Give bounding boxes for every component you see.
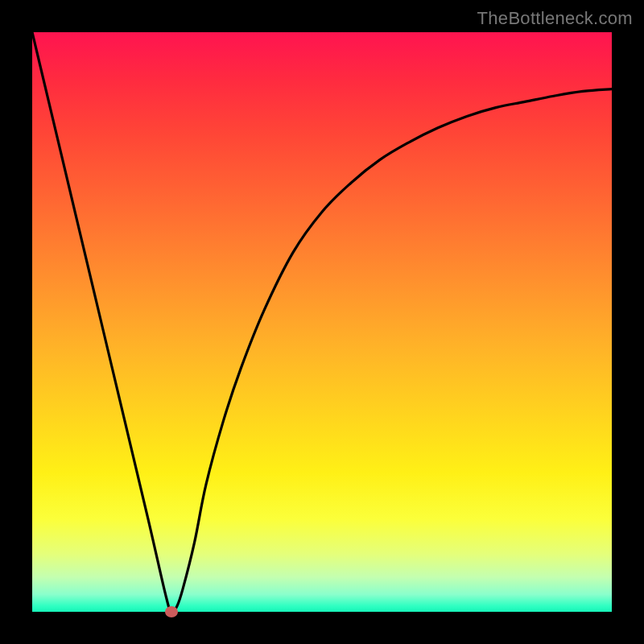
attribution-text: TheBottleneck.com xyxy=(477,8,633,29)
plot-area xyxy=(32,32,612,612)
highlight-marker xyxy=(165,606,178,617)
chart-frame: TheBottleneck.com xyxy=(0,0,644,644)
curve-svg xyxy=(32,32,612,612)
bottleneck-curve xyxy=(32,32,612,612)
